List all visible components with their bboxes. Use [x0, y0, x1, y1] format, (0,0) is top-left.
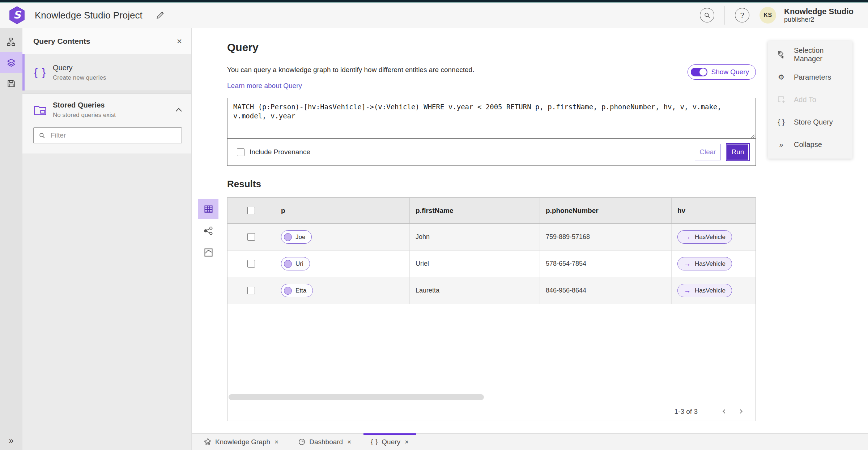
cell-firstname: Uriel	[410, 251, 540, 277]
chevron-left-icon	[722, 409, 727, 414]
column-header-p[interactable]: p	[275, 198, 410, 223]
rail-item-hierarchy[interactable]	[0, 31, 22, 52]
row-checkbox[interactable]	[247, 233, 255, 241]
user-avatar[interactable]: KS	[760, 7, 776, 24]
dashboard-gauge-icon	[298, 438, 306, 446]
parameters-item[interactable]: ⚙ Parameters	[768, 66, 852, 88]
panel-close-button[interactable]: ×	[177, 37, 182, 46]
node-pill[interactable]: Joe	[281, 230, 312, 244]
user-info: Knowledge Studio publisher2	[784, 7, 854, 24]
next-page-button[interactable]	[735, 405, 747, 418]
query-list-item[interactable]: { } Query Create new queries	[22, 54, 191, 91]
add-to-label: Add To	[794, 96, 816, 104]
map-icon	[204, 248, 213, 257]
edit-title-pencil-icon[interactable]	[156, 10, 165, 20]
run-button[interactable]: Run	[726, 143, 750, 161]
table-footer: 1-3 of 3	[227, 402, 756, 421]
edge-pill[interactable]: →HasVehicle	[677, 230, 732, 244]
query-textarea[interactable]: MATCH (p:Person)-[hv:HasVehicle]->(v:Veh…	[227, 98, 756, 139]
tab-query[interactable]: { } Query ×	[363, 434, 416, 450]
header-actions: ? KS Knowledge Studio publisher2	[700, 6, 854, 25]
rail-expand-button[interactable]: »	[0, 436, 22, 446]
rail-item-save[interactable]	[0, 73, 22, 94]
search-button[interactable]	[700, 8, 714, 22]
node-dot-icon	[284, 287, 292, 295]
cell-phonenumber: 578-654-7854	[540, 251, 672, 277]
stored-queries-subtitle: No stored queries exist	[53, 112, 116, 119]
braces-icon: { }	[371, 438, 378, 446]
clear-button[interactable]: Clear	[695, 144, 721, 160]
resize-handle-icon[interactable]	[750, 134, 755, 139]
help-icon: ?	[740, 11, 744, 20]
query-item-subtitle: Create new queries	[53, 74, 106, 81]
column-header-hv[interactable]: hv	[672, 198, 756, 223]
query-item-title: Query	[53, 64, 106, 72]
tab-close-icon[interactable]: ×	[405, 438, 409, 445]
tab-label: Dashboard	[309, 438, 343, 446]
arrow-right-icon: →	[684, 287, 691, 295]
query-controls-row: Include Provenance Clear Run	[227, 139, 756, 165]
prev-page-button[interactable]	[718, 405, 730, 418]
filter-input[interactable]	[51, 131, 176, 139]
app-header: S Knowledge Studio Project ? KS Knowledg…	[0, 3, 868, 28]
selection-manager-item[interactable]: Selection Manager	[768, 43, 852, 66]
panel-title: Query Contents	[33, 37, 90, 46]
filter-box	[33, 127, 182, 143]
table-row: Uri Uriel 578-654-7854 →HasVehicle	[227, 251, 756, 277]
chevron-right-icon	[738, 409, 744, 414]
column-header-phonenumber[interactable]: p.phoneNumber	[540, 198, 672, 223]
select-all-checkbox[interactable]	[247, 207, 255, 214]
chevron-up-icon[interactable]	[176, 108, 182, 114]
table-row: Joe John 759-889-57168 →HasVehicle	[227, 224, 756, 251]
row-checkbox[interactable]	[247, 260, 255, 268]
gear-icon: ⚙	[776, 72, 786, 82]
view-map-button[interactable]	[198, 242, 218, 262]
edge-pill[interactable]: →HasVehicle	[677, 284, 732, 297]
row-checkbox[interactable]	[247, 287, 255, 294]
column-header-firstname[interactable]: p.firstName	[410, 198, 540, 223]
store-query-item[interactable]: { } Store Query	[768, 111, 852, 133]
knowledge-graph-icon	[204, 438, 212, 446]
edge-label: HasVehicle	[695, 234, 726, 241]
app-logo-icon: S	[9, 6, 25, 24]
query-item-text: Query Create new queries	[53, 64, 106, 81]
node-dot-icon	[284, 233, 292, 241]
node-pill[interactable]: Etta	[281, 284, 313, 297]
select-all-cell	[227, 198, 275, 223]
rail-item-query-layers[interactable]	[0, 52, 22, 73]
search-icon	[39, 132, 46, 139]
main-content: Query You can query a knowledge graph to…	[192, 28, 868, 433]
table-row: Etta Lauretta 846-956-8644 →HasVehicle	[227, 277, 756, 304]
add-to-item: Add To	[768, 88, 852, 111]
stored-queries-section: Stored Queries No stored queries exist	[22, 94, 191, 153]
tab-close-icon[interactable]: ×	[347, 438, 351, 445]
collapse-item[interactable]: » Collapse	[768, 133, 852, 156]
help-button[interactable]: ?	[735, 8, 749, 22]
include-provenance-checkbox[interactable]	[237, 148, 244, 156]
table-header-row: p p.firstName p.phoneNumber hv	[227, 198, 756, 224]
node-pill[interactable]: Uri	[281, 257, 310, 270]
layers-icon	[7, 58, 16, 67]
selection-manager-icon	[776, 50, 786, 59]
node-dot-icon	[284, 260, 292, 268]
table-empty-area	[227, 304, 756, 402]
query-editor: MATCH (p:Person)-[hv:HasVehicle]->(v:Veh…	[227, 98, 756, 166]
tab-knowledge-graph[interactable]: Knowledge Graph ×	[197, 434, 286, 450]
horizontal-scrollbar-thumb[interactable]	[229, 394, 484, 400]
tab-close-icon[interactable]: ×	[275, 438, 278, 445]
stored-queries-title: Stored Queries	[53, 101, 116, 109]
edge-pill[interactable]: →HasVehicle	[677, 257, 732, 270]
learn-more-link[interactable]: Learn more about Query	[227, 82, 302, 90]
cell-phonenumber: 759-889-57168	[540, 224, 672, 250]
arrow-right-icon: →	[684, 233, 691, 241]
tab-dashboard[interactable]: Dashboard ×	[291, 434, 358, 450]
query-actions-panel: Selection Manager ⚙ Parameters Add To { …	[768, 41, 852, 159]
braces-icon: { }	[776, 117, 786, 127]
view-graph-button[interactable]	[198, 220, 218, 241]
stored-queries-header[interactable]: Stored Queries No stored queries exist	[33, 101, 182, 119]
stored-queries-text: Stored Queries No stored queries exist	[53, 101, 116, 119]
view-table-button[interactable]	[198, 199, 218, 219]
toggle-switch[interactable]	[691, 68, 707, 76]
cell-phonenumber: 846-956-8644	[540, 277, 672, 304]
show-query-toggle-button[interactable]: Show Query	[688, 64, 756, 80]
